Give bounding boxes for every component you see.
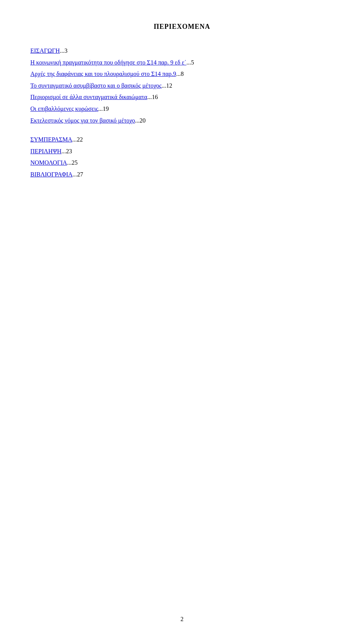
toc-entry-koinoniki: Η κοινωνική πραγματικότητα που οδήγησε σ… xyxy=(30,58,334,68)
toc-entry-symperasma: ΣΥΜΠΕΡΑΣΜΑ...22 xyxy=(30,135,334,145)
page-container: ΠΕΡΙΕΧΟΜΕΝΑ ΕΙΣΑΓΩΓΗ...3 Η κοινωνική πρα… xyxy=(0,0,364,634)
toc-label-ektelestikos[interactable]: Εκτελεστικός νόμος για τον βασικό μέτοχο xyxy=(30,117,135,124)
toc-entry-syntagmatiko: Το συνταγματικό ασυμβίβαστο και ο βασικό… xyxy=(30,81,334,91)
toc-entry-ektelestikos: Εκτελεστικός νόμος για τον βασικό μέτοχο… xyxy=(30,116,334,126)
toc-entries: ΕΙΣΑΓΩΓΗ...3 Η κοινωνική πραγματικότητα … xyxy=(30,46,334,179)
toc-dots-3: ...8 xyxy=(176,71,184,77)
toc-entry-kyroseis: Οι επιβαλλόμενες κυρώσεις...19 xyxy=(30,104,334,114)
page-title: ΠΕΡΙΕΧΟΜΕΝΑ xyxy=(30,23,334,31)
toc-dots-11: ...27 xyxy=(72,171,83,178)
toc-label-eisagogi[interactable]: ΕΙΣΑΓΩΓΗ xyxy=(30,47,60,54)
toc-label-periorismoi[interactable]: Περιορισμοί σε άλλα συνταγματικά δικαιώμ… xyxy=(30,94,147,100)
toc-spacer xyxy=(30,127,334,135)
toc-label-kyroseis[interactable]: Οι επιβαλλόμενες κυρώσεις xyxy=(30,105,98,112)
toc-dots-1: ...3 xyxy=(60,47,67,54)
toc-entry-vivliografia: ΒΙΒΛΙΟΓΡΑΦΙΑ...27 xyxy=(30,170,334,179)
page-number-footer: 2 xyxy=(30,616,334,623)
toc-dots-5: ...16 xyxy=(147,94,158,100)
toc-entry-nomologia: ΝΟΜΟΛΟΓΙΑ...25 xyxy=(30,158,334,168)
toc-entry-periorismoi: Περιορισμοί σε άλλα συνταγματικά δικαιώμ… xyxy=(30,92,334,102)
toc-dots-9: ...23 xyxy=(61,148,72,154)
toc-entry-perilepsi: ΠΕΡΙΛΗΨΗ...23 xyxy=(30,146,334,156)
toc-dots-7: ...20 xyxy=(135,117,146,124)
toc-dots-10: ...25 xyxy=(67,159,78,166)
toc-label-arches[interactable]: Αρχές της διαφάνειας και του πλουραλισμο… xyxy=(30,71,176,77)
toc-dots-2: ...5 xyxy=(187,59,194,66)
toc-dots-8: ...22 xyxy=(72,136,83,143)
toc-entry-arches: Αρχές της διαφάνειας και του πλουραλισμο… xyxy=(30,69,334,79)
toc-label-vivliografia[interactable]: ΒΙΒΛΙΟΓΡΑΦΙΑ xyxy=(30,171,72,178)
toc-label-symperasma[interactable]: ΣΥΜΠΕΡΑΣΜΑ xyxy=(30,136,72,143)
toc-label-koinoniki[interactable]: Η κοινωνική πραγματικότητα που οδήγησε σ… xyxy=(30,59,187,66)
toc-label-syntagmatiko[interactable]: Το συνταγματικό ασυμβίβαστο και ο βασικό… xyxy=(30,82,162,89)
toc-label-nomologia[interactable]: ΝΟΜΟΛΟΓΙΑ xyxy=(30,159,67,166)
toc-dots-6: ...19 xyxy=(98,105,109,112)
toc-label-perilepsi[interactable]: ΠΕΡΙΛΗΨΗ xyxy=(30,148,61,154)
toc-entry-eisagogi: ΕΙΣΑΓΩΓΗ...3 xyxy=(30,46,334,56)
toc-dots-4: ...12 xyxy=(162,82,172,89)
